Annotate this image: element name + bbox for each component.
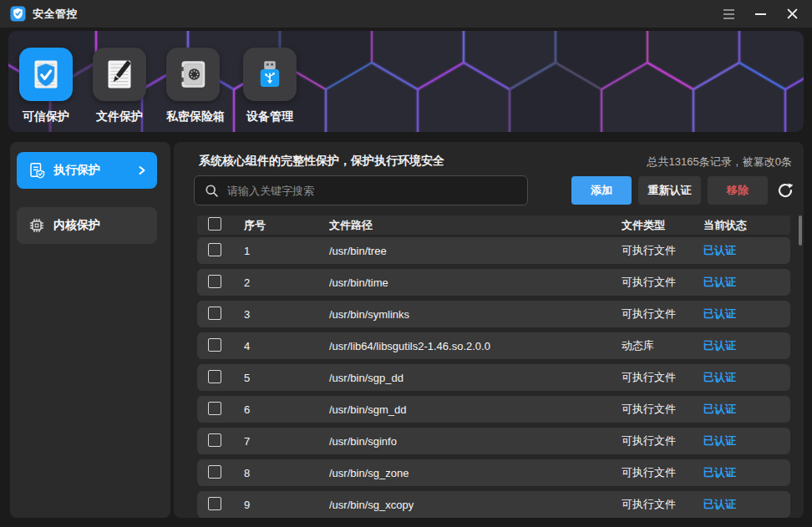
row-index: 1 [244,245,329,257]
row-index: 3 [244,308,329,321]
row-checkbox[interactable] [208,497,221,510]
row-index: 5 [244,372,329,384]
row-file-path: /usr/bin/sgm_dd [329,403,622,416]
row-file-type: 可执行文件 [622,465,703,480]
row-file-type: 可执行文件 [622,497,703,512]
tab-trusted-protection[interactable]: 可信保护 [19,48,73,124]
row-status: 已认证 [703,370,790,385]
row-file-path: /usr/bin/time [329,276,622,289]
row-checkbox[interactable] [208,307,221,320]
row-file-path: /usr/bin/symlinks [329,308,622,321]
row-file-type: 可执行文件 [622,433,703,448]
menu-icon[interactable] [722,8,735,21]
row-file-path: /usr/lib64/libsgutils2-1.46.so.2.0.0 [329,340,622,352]
window-title: 安全管控 [33,7,78,22]
execution-protection-icon [28,162,45,179]
chevron-right-icon [137,165,147,175]
private-safe-icon [173,54,213,94]
tab-label: 设备管理 [243,109,297,124]
remove-button[interactable]: 移除 [708,176,768,205]
row-file-path: /usr/bin/sginfo [329,435,622,448]
row-status: 已认证 [703,433,790,448]
table-body: 1 /usr/bin/tree 可执行文件 已认证 2 /usr/bin/tim… [197,237,790,523]
col-index: 序号 [244,218,329,233]
row-status: 已认证 [703,307,790,322]
row-checkbox[interactable] [208,370,221,383]
col-status: 当前状态 [703,218,790,233]
row-status: 已认证 [703,402,790,417]
table-header: 序号 文件路径 文件类型 当前状态 [197,215,790,235]
row-file-type: 可执行文件 [622,370,703,385]
col-file-path: 文件路径 [329,218,622,233]
col-file-type: 文件类型 [622,218,703,233]
row-file-type: 可执行文件 [622,402,703,417]
row-index: 6 [244,403,329,416]
row-checkbox[interactable] [208,275,221,288]
vertical-scrollbar[interactable] [799,215,802,246]
row-checkbox[interactable] [208,465,221,479]
row-file-type: 动态库 [622,338,703,353]
row-file-path: /usr/bin/sg_zone [329,467,622,479]
sidebar-item-execution-protection[interactable]: 执行保护 [17,152,157,189]
file-protection-icon [99,54,140,94]
row-checkbox[interactable] [208,433,221,447]
row-status: 已认证 [703,243,790,258]
select-all-checkbox[interactable] [208,217,221,231]
reauth-button[interactable]: 重新认证 [638,176,701,205]
row-file-path: /usr/bin/sgp_dd [329,372,622,384]
sidebar: 执行保护 内核保护 [10,142,170,518]
row-file-path: /usr/bin/tree [329,245,622,257]
tab-label: 可信保护 [19,109,73,124]
row-file-type: 可执行文件 [622,243,703,258]
table-row[interactable]: 7 /usr/bin/sginfo 可执行文件 已认证 [197,428,790,454]
tab-label: 文件保护 [93,109,146,124]
kernel-protection-icon [28,217,45,234]
search-input[interactable] [226,184,520,198]
row-index: 7 [244,435,329,448]
tab-file-protection[interactable]: 文件保护 [93,48,146,124]
table-row[interactable]: 2 /usr/bin/time 可执行文件 已认证 [197,269,790,296]
search-icon [205,184,219,198]
tab-label: 私密保险箱 [166,109,220,124]
device-management-icon [250,54,290,94]
row-index: 9 [244,499,329,511]
trusted-protection-icon [26,54,66,94]
row-status: 已认证 [703,497,790,512]
module-banner: 可信保护 文件保护 [8,31,804,132]
table-row[interactable]: 3 /usr/bin/symlinks 可执行文件 已认证 [197,301,790,327]
section-description: 系统核心组件的完整性保护，保护执行环境安全 [199,154,444,169]
row-status: 已认证 [703,465,790,480]
table-row[interactable]: 8 /usr/bin/sg_zone 可执行文件 已认证 [197,459,790,486]
app-shield-icon [10,6,26,22]
main-panel: 系统核心组件的完整性保护，保护执行环境安全 总共13165条记录，被篡改0条 添… [174,142,804,518]
table-row[interactable]: 1 /usr/bin/tree 可执行文件 已认证 [197,237,790,264]
record-summary: 总共13165条记录，被篡改0条 [647,155,792,170]
sidebar-item-label: 内核保护 [53,218,100,233]
sidebar-item-kernel-protection[interactable]: 内核保护 [17,207,157,244]
row-checkbox[interactable] [208,243,221,256]
titlebar: 安全管控 [0,0,812,28]
row-checkbox[interactable] [208,338,221,352]
table-row[interactable]: 6 /usr/bin/sgm_dd 可执行文件 已认证 [197,396,790,423]
row-file-type: 可执行文件 [622,275,703,290]
close-icon[interactable] [785,8,799,21]
app-window: 安全管控 [0,0,812,527]
search-box[interactable] [194,175,528,205]
table-row[interactable]: 5 /usr/bin/sgp_dd 可执行文件 已认证 [197,364,790,391]
minimize-icon[interactable] [754,8,767,21]
tab-private-safe[interactable]: 私密保险箱 [166,48,220,124]
row-index: 8 [244,467,329,479]
table-row[interactable]: 9 /usr/bin/sg_xcopy 可执行文件 已认证 [197,491,790,518]
row-status: 已认证 [703,275,790,290]
row-file-path: /usr/bin/sg_xcopy [329,499,622,511]
row-checkbox[interactable] [208,402,221,415]
row-index: 2 [244,276,329,289]
tab-device-management[interactable]: 设备管理 [243,48,297,124]
add-button[interactable]: 添加 [571,176,632,205]
row-index: 4 [244,340,329,352]
refresh-icon[interactable] [777,182,794,199]
table-row[interactable]: 4 /usr/lib64/libsgutils2-1.46.so.2.0.0 动… [197,332,790,359]
row-file-type: 可执行文件 [622,307,703,322]
row-status: 已认证 [703,338,790,353]
sidebar-item-label: 执行保护 [53,163,100,178]
